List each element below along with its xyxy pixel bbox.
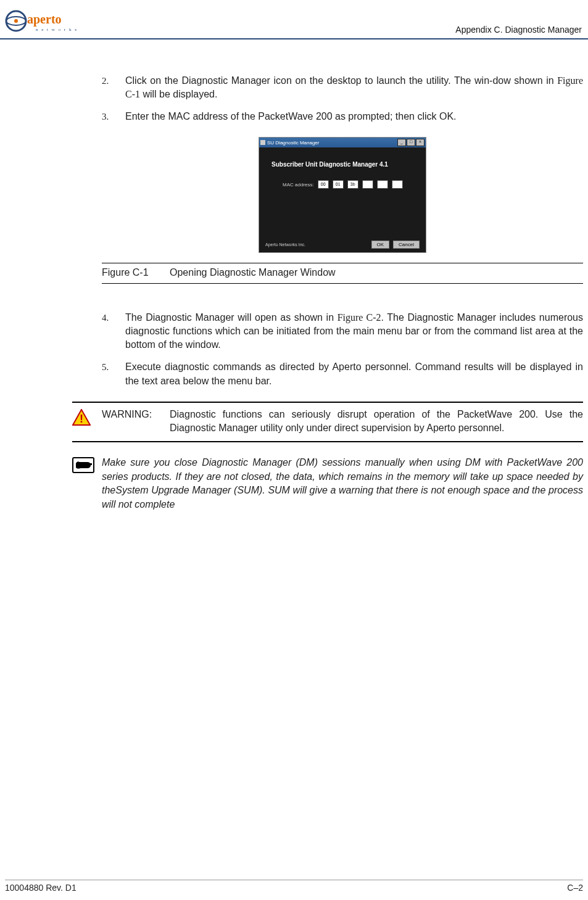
figure-label: Figure C-1	[102, 267, 170, 278]
minimize-button[interactable]: _	[397, 139, 406, 146]
step-2: 2. Click on the Diagnostic Manager icon …	[102, 74, 583, 101]
dialog-heading: Subscriber Unit Diagnostic Manager 4.1	[259, 147, 426, 168]
logo: aperto n e t w o r k s	[5, 7, 79, 35]
step-number: 3.	[102, 110, 125, 123]
svg-rect-8	[87, 463, 92, 465]
header-breadcrumb: Appendix C. Diagnostic Manager	[455, 25, 583, 35]
page: aperto n e t w o r k s Appendix C. Diagn…	[0, 0, 588, 900]
step-body: Execute diagnostic commands as directed …	[125, 360, 583, 387]
svg-text:aperto: aperto	[27, 12, 62, 27]
page-footer: 10004880 Rev. D1 C–2	[5, 880, 583, 893]
text: Click on the Diagnostic Manager icon on …	[125, 75, 557, 86]
mac-address-row: MAC address: 00 01 3b	[283, 180, 426, 189]
mac-octet-input[interactable]	[362, 180, 373, 189]
warning-text: Diagnostic functions can seriously disru…	[170, 408, 583, 435]
step-5: 5. Execute diagnostic commands as direct…	[102, 360, 583, 387]
diagnostic-manager-window: SU Diagnostic Manager _ □ × Subscriber U…	[259, 137, 426, 253]
note-text: Make sure you close Diagnostic Manager (…	[102, 456, 583, 512]
warning-icon: !	[72, 409, 91, 426]
maximize-button[interactable]: □	[407, 139, 415, 146]
step-number: 5.	[102, 360, 125, 387]
warning-label: WARNING:	[102, 408, 170, 435]
window-titlebar: SU Diagnostic Manager _ □ ×	[259, 138, 426, 147]
close-button[interactable]: ×	[416, 139, 424, 146]
page-number: C–2	[567, 883, 583, 893]
mac-octet-input[interactable]	[377, 180, 388, 189]
svg-text:n e t w o r k s: n e t w o r k s	[36, 27, 78, 32]
aperto-logo-icon: aperto n e t w o r k s	[5, 7, 79, 35]
mac-octet-input[interactable]: 01	[333, 180, 344, 189]
mac-octet-input[interactable]	[392, 180, 403, 189]
note-block: Make sure you close Diagnostic Manager (…	[72, 456, 583, 512]
figure-image-wrap: SU Diagnostic Manager _ □ × Subscriber U…	[102, 137, 583, 253]
warning-block: ! WARNING: Diagnostic functions can seri…	[72, 402, 583, 442]
app-icon	[260, 140, 265, 145]
pointing-hand-icon	[72, 457, 94, 473]
text: The Diagnostic Manager will open as show…	[125, 312, 337, 323]
step-body: Click on the Diagnostic Manager icon on …	[125, 74, 583, 101]
mac-octet-input[interactable]: 00	[318, 180, 329, 189]
step-3: 3. Enter the MAC address of the PacketWa…	[102, 110, 583, 123]
figure-caption: Figure C-1 Opening Diagnostic Manager Wi…	[102, 263, 583, 284]
text: will be displayed.	[140, 89, 217, 99]
content-area: 2. Click on the Diagnostic Manager icon …	[102, 74, 583, 512]
dialog-footer: Aperto Networks Inc. OK Cancel	[265, 242, 420, 247]
step-body: The Diagnostic Manager will open as show…	[125, 311, 583, 352]
note-icon-cell	[72, 456, 102, 512]
svg-point-2	[14, 19, 18, 23]
warning-icon-cell: !	[72, 408, 102, 435]
step-number: 4.	[102, 311, 125, 352]
svg-text:!: !	[80, 413, 83, 425]
doc-revision: 10004880 Rev. D1	[5, 883, 77, 893]
cancel-button[interactable]: Cancel	[393, 241, 420, 249]
vendor-label: Aperto Networks Inc.	[265, 242, 305, 247]
step-body: Enter the MAC address of the PacketWave …	[125, 110, 583, 123]
figure-title: Opening Diagnostic Manager Window	[170, 267, 336, 278]
mac-label: MAC address:	[283, 182, 314, 188]
mac-octet-input[interactable]: 3b	[347, 180, 358, 189]
window-title: SU Diagnostic Manager	[267, 140, 319, 146]
step-4: 4. The Diagnostic Manager will open as s…	[102, 311, 583, 352]
step-number: 2.	[102, 74, 125, 101]
ok-button[interactable]: OK	[371, 241, 390, 249]
figure-reference-link[interactable]: Figure C-2	[337, 312, 381, 323]
page-header: aperto n e t w o r k s Appendix C. Diagn…	[0, 0, 588, 39]
